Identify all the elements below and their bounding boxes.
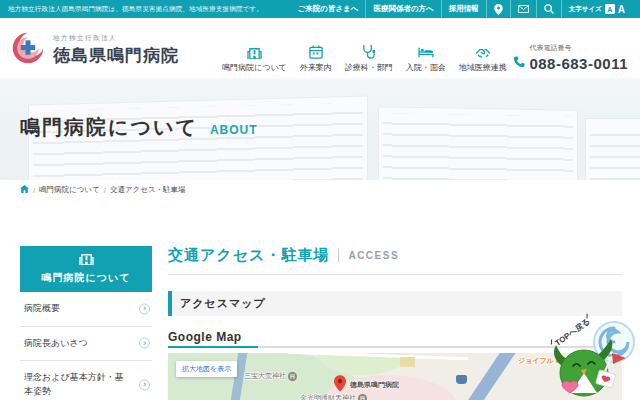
chevron-right-icon: [139, 338, 150, 349]
link-visitors[interactable]: ご来院の皆さまへ: [291, 0, 366, 18]
page-title: 鳴門病院について: [20, 114, 198, 141]
phone-label: 代表電話番号: [529, 43, 628, 53]
link-recruit[interactable]: 採用情報: [441, 0, 486, 18]
nav-about-hospital[interactable]: 鳴門病院について: [222, 44, 287, 73]
search-icon[interactable]: [536, 0, 561, 18]
chevron-right-icon: [139, 379, 150, 390]
hospital-logo-icon: [10, 30, 46, 70]
text-size-small-button[interactable]: A: [605, 4, 615, 14]
sidebar-title: 鳴門病院について: [20, 271, 152, 285]
topbar-links: ご来院の皆さまへ 医療関係者の方へ 採用情報 文字サイズ A A: [291, 0, 632, 18]
text-size-control: 文字サイズ A A: [561, 0, 632, 18]
breadcrumb-item-access: 交通アクセス・駐車場: [110, 185, 186, 195]
shrine-icon: [358, 394, 367, 400]
phone-icon: [513, 54, 525, 72]
back-to-top-label-svg: TOPへ戻る: [553, 316, 592, 348]
chevron-right-icon: [139, 303, 150, 314]
nav-admission[interactable]: 入院・面会: [406, 44, 446, 73]
calendar-icon: [309, 44, 323, 59]
content-title-en: ACCESS: [348, 250, 399, 261]
hospital-icon: [247, 44, 262, 59]
stethoscope-icon: [362, 44, 375, 59]
nav-regional-cooperation[interactable]: 地域医療連携: [459, 44, 507, 73]
brand-org: 地方独立行政法人: [53, 34, 179, 43]
mail-icon[interactable]: [510, 0, 536, 18]
back-to-top-button[interactable]: TOPへ戻る TOPへ戻る: [550, 310, 636, 400]
text-size-large-button[interactable]: A: [618, 4, 625, 15]
hospital-icon: [20, 251, 152, 269]
site-logo[interactable]: 地方独立行政法人 徳島県鳴門病院: [10, 30, 179, 70]
site-header: 地方独立行政法人 徳島県鳴門病院 鳴門病院について 外来案内 診療科・部門: [0, 18, 640, 78]
hero-banner: 鳴門病院について ABOUT: [0, 78, 640, 180]
breadcrumb: / 鳴門病院について / 交通アクセス・駐車場: [0, 180, 640, 200]
handshake-icon: [475, 44, 491, 59]
content-title: 交通アクセス・駐車場: [168, 246, 329, 265]
global-nav: 鳴門病院について 外来案内 診療科・部門 入院・面会 地域医療連携: [222, 44, 507, 73]
expand-map-button[interactable]: 拡大地図を表示: [176, 361, 237, 377]
brand-name: 徳島県鳴門病院: [53, 44, 179, 67]
map-pin-label: 徳島県鳴門病院: [350, 380, 399, 390]
sidebar-header[interactable]: 鳴門病院について: [20, 246, 152, 292]
page-title-en: ABOUT: [210, 123, 258, 137]
map-pin-icon[interactable]: [334, 375, 346, 396]
sidebar-item-director-greeting[interactable]: 病院長あいさつ: [20, 327, 152, 362]
hero-title-block: 鳴門病院について ABOUT: [20, 114, 258, 141]
brand-text: 地方独立行政法人 徳島県鳴門病院: [53, 34, 179, 67]
breadcrumb-item-about[interactable]: 鳴門病院について: [39, 185, 100, 195]
title-divider: [338, 249, 339, 262]
location-pin-icon[interactable]: [486, 0, 510, 18]
text-size-label: 文字サイズ: [569, 5, 602, 14]
sidebar-item-overview[interactable]: 病院概要: [20, 292, 152, 327]
top-utility-bar: 地方独立行政法人徳島県鳴門病院は、徳島県災害拠点病院、地域医療支援病院です。 ご…: [0, 0, 640, 18]
phone-number[interactable]: 088-683-0011: [529, 55, 628, 72]
route-shield-icon: [456, 375, 467, 384]
link-medical-professionals[interactable]: 医療関係者の方へ: [365, 0, 440, 18]
map-label-shrine1: 三宝大荒神社: [244, 371, 297, 381]
sidebar-item-philosophy[interactable]: 理念および基本方針・基本姿勢: [20, 361, 152, 400]
shrine-icon: [288, 372, 297, 381]
content-title-row: 交通アクセス・駐車場 ACCESS: [168, 246, 622, 275]
site-tagline: 地方独立行政法人徳島県鳴門病院は、徳島県災害拠点病院、地域医療支援病院です。: [8, 5, 291, 14]
nav-outpatient[interactable]: 外来案内: [300, 44, 332, 73]
bed-icon: [418, 44, 434, 59]
phone-block: 代表電話番号 088-683-0011: [513, 43, 628, 72]
nav-departments[interactable]: 診療科・部門: [345, 44, 393, 73]
sidebar-menu: 鳴門病院について 病院概要 病院長あいさつ 理念および基本方針・基本姿勢 鳴門病…: [20, 246, 152, 400]
home-icon[interactable]: [20, 185, 29, 195]
